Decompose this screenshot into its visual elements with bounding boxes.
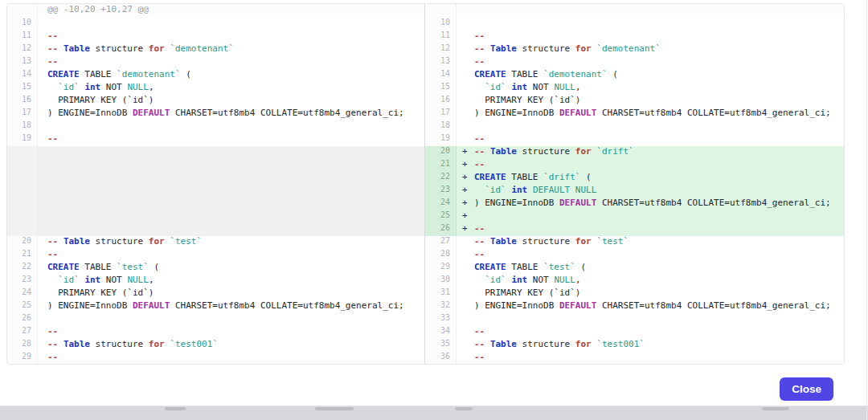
code-line: PRIMARY KEY (`id`) <box>457 287 844 300</box>
token-d: TABLE <box>80 262 117 272</box>
line-number: 36 <box>424 352 457 365</box>
token-t: `id` <box>485 185 506 195</box>
diff-pane-old: 19-- <box>7 133 424 146</box>
token-t: `test` <box>596 236 628 247</box>
line-number: 29 <box>7 352 38 365</box>
diff-pane-new: 36 -- <box>424 352 844 365</box>
line-number: 25 <box>424 210 457 223</box>
line-number: 26 <box>7 313 38 326</box>
code-line: +CREATE TABLE `drift` ( <box>457 172 844 185</box>
line-number: 28 <box>424 249 457 262</box>
token-r: -- <box>474 43 485 54</box>
token-r: -- <box>474 146 485 157</box>
diff-marker-gap <box>462 4 474 14</box>
token-p: DEFAULT <box>133 108 170 118</box>
diff-pane-old: 21-- <box>7 249 424 262</box>
token-d: , <box>575 275 581 285</box>
code-line: -- <box>457 133 844 146</box>
line-number: 35 <box>424 339 457 352</box>
token-d: NOT <box>527 82 554 92</box>
diff-pane-new: 31 PRIMARY KEY (`id`) <box>424 287 844 300</box>
diff-pane-old <box>7 185 424 198</box>
token-d <box>58 43 63 54</box>
token-k: CREATE <box>47 69 80 80</box>
token-k: Table <box>63 339 90 349</box>
token-r: -- <box>474 31 485 41</box>
token-t: `demotenant` <box>543 69 607 80</box>
diff-row: 11--11 -- <box>7 31 844 43</box>
token-d: PRIMARY KEY (`id`) <box>47 287 154 298</box>
diff-row: 25+ <box>7 210 844 223</box>
line-number: 13 <box>424 56 457 69</box>
line-number <box>424 4 457 18</box>
token-d: ( <box>575 262 586 272</box>
line-number: 23 <box>7 275 38 287</box>
token-d: ) ENGINE=InnoDB <box>474 108 559 118</box>
code-line: -- <box>38 326 424 339</box>
diff-marker-gap <box>462 120 474 131</box>
diff-pane-old: 29-- <box>7 352 424 365</box>
line-number: 19 <box>424 133 457 146</box>
token-t: `test001` <box>170 339 218 349</box>
token-d: ) ENGINE=InnoDB <box>47 300 133 311</box>
token-r: for <box>575 43 592 54</box>
token-r: -- <box>47 56 58 67</box>
line-number: 17 <box>424 108 457 120</box>
token-r: -- <box>474 133 485 144</box>
obscured-text-smudge <box>762 407 789 410</box>
code-line <box>38 18 424 31</box>
token-d: structure <box>517 146 575 157</box>
token-t: `id` <box>485 275 506 285</box>
line-number <box>7 185 38 198</box>
token-d <box>485 146 490 157</box>
line-number: 32 <box>424 300 457 313</box>
token-d <box>570 185 575 195</box>
line-number: 22 <box>7 262 38 275</box>
token-t: NULL <box>127 275 149 285</box>
line-number <box>7 198 38 210</box>
code-line <box>38 146 424 159</box>
code-line <box>457 4 844 18</box>
diff-add-marker: + <box>462 185 474 195</box>
token-d <box>58 236 63 247</box>
line-number: 20 <box>424 146 457 159</box>
obscured-text-smudge <box>315 407 354 410</box>
diff-pane-old: 14CREATE TABLE `demotenant` ( <box>7 69 424 82</box>
diff-add-marker: + <box>462 223 474 234</box>
code-line: -- <box>457 326 844 339</box>
line-number: 25 <box>7 300 38 313</box>
code-line: PRIMARY KEY (`id`) <box>38 287 424 300</box>
code-line: -- <box>38 31 424 43</box>
diff-marker-gap <box>462 313 474 324</box>
token-d: structure <box>90 43 149 54</box>
token-t: DEFAULT <box>533 185 570 195</box>
line-number: 17 <box>7 108 38 120</box>
diff-pane-new: 22+CREATE TABLE `drift` ( <box>424 172 844 185</box>
token-r: -- <box>47 43 58 54</box>
token-d <box>527 185 533 195</box>
diff-panel[interactable]: @@ -10,20 +10,27 @@ 1010 11--11 --12-- T… <box>6 3 845 365</box>
diff-row: 23 `id` int NOT NULL,30 `id` int NOT NUL… <box>7 275 844 287</box>
line-number <box>7 172 38 185</box>
line-number: 21 <box>424 159 457 172</box>
token-r: -- <box>474 236 485 247</box>
code-line: + <box>457 210 844 223</box>
token-d: PRIMARY KEY (`id`) <box>47 95 154 105</box>
token-p: DEFAULT <box>559 108 596 118</box>
token-d <box>47 275 58 285</box>
line-number: 20 <box>7 236 38 249</box>
diff-pane-old: 12-- Table structure for `demotenant` <box>7 43 424 56</box>
line-number: 18 <box>424 120 457 133</box>
diff-row: 15 `id` int NOT NULL,15 `id` int NOT NUL… <box>7 82 844 95</box>
diff-pane-old: 24 PRIMARY KEY (`id`) <box>7 287 424 300</box>
diff-marker-gap <box>462 69 474 80</box>
token-d: ( <box>608 69 618 80</box>
diff-row: 21+-- <box>7 159 844 172</box>
close-button[interactable]: Close <box>780 377 833 401</box>
diff-add-marker: + <box>462 159 474 169</box>
code-line <box>457 18 844 31</box>
diff-marker-gap <box>462 339 474 349</box>
diff-pane-old: 27-- <box>7 326 424 339</box>
diff-pane-old: 16 PRIMARY KEY (`id`) <box>7 95 424 108</box>
diff-pane-old: 18 <box>7 120 424 133</box>
